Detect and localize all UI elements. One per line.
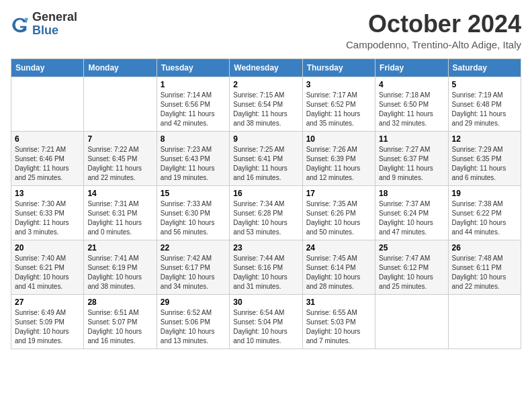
logo: General Blue: [11, 11, 77, 38]
day-info: Sunrise: 7:34 AMSunset: 6:28 PMDaylight:…: [233, 199, 298, 237]
calendar-cell: 13Sunrise: 7:30 AMSunset: 6:33 PMDayligh…: [11, 185, 84, 240]
calendar-cell: [448, 294, 521, 349]
day-info: Sunrise: 7:21 AMSunset: 6:46 PMDaylight:…: [15, 145, 80, 183]
weekday-header-row: SundayMondayTuesdayWednesdayThursdayFrid…: [11, 58, 521, 77]
day-number: 14: [87, 189, 152, 198]
day-number: 28: [87, 298, 152, 307]
day-info: Sunrise: 7:40 AMSunset: 6:21 PMDaylight:…: [15, 254, 80, 291]
day-number: 6: [15, 134, 80, 144]
calendar-cell: 9Sunrise: 7:25 AMSunset: 6:41 PMDaylight…: [230, 131, 302, 185]
day-info: Sunrise: 7:14 AMSunset: 6:56 PMDaylight:…: [161, 91, 226, 128]
calendar-week-row: 27Sunrise: 6:49 AMSunset: 5:09 PMDayligh…: [11, 294, 521, 349]
weekday-header: Friday: [375, 58, 448, 77]
calendar-week-row: 13Sunrise: 7:30 AMSunset: 6:33 PMDayligh…: [11, 185, 521, 240]
day-number: 17: [306, 189, 371, 198]
calendar-cell: 4Sunrise: 7:18 AMSunset: 6:50 PMDaylight…: [375, 77, 448, 131]
calendar-week-row: 20Sunrise: 7:40 AMSunset: 6:21 PMDayligh…: [11, 240, 521, 294]
calendar-cell: [11, 77, 84, 131]
day-number: 21: [87, 243, 152, 253]
day-info: Sunrise: 7:19 AMSunset: 6:48 PMDaylight:…: [452, 91, 517, 128]
day-info: Sunrise: 7:48 AMSunset: 6:11 PMDaylight:…: [452, 254, 517, 291]
day-number: 9: [233, 134, 298, 144]
day-info: Sunrise: 7:33 AMSunset: 6:30 PMDaylight:…: [161, 199, 226, 237]
calendar-cell: 23Sunrise: 7:44 AMSunset: 6:16 PMDayligh…: [230, 240, 302, 294]
day-number: 20: [15, 243, 80, 253]
day-number: 4: [379, 80, 444, 89]
day-number: 29: [161, 298, 226, 307]
day-info: Sunrise: 7:30 AMSunset: 6:33 PMDaylight:…: [15, 199, 80, 237]
calendar-cell: 11Sunrise: 7:27 AMSunset: 6:37 PMDayligh…: [375, 131, 448, 185]
calendar-cell: 2Sunrise: 7:15 AMSunset: 6:54 PMDaylight…: [230, 77, 302, 131]
day-number: 24: [306, 243, 371, 253]
weekday-header: Thursday: [302, 58, 375, 77]
page-header: General Blue October 2024 Campodenno, Tr…: [11, 11, 521, 50]
calendar-week-row: 6Sunrise: 7:21 AMSunset: 6:46 PMDaylight…: [11, 131, 521, 185]
day-number: 10: [306, 134, 371, 144]
day-info: Sunrise: 7:41 AMSunset: 6:19 PMDaylight:…: [87, 254, 152, 291]
day-info: Sunrise: 7:45 AMSunset: 6:14 PMDaylight:…: [306, 254, 371, 291]
calendar-cell: 24Sunrise: 7:45 AMSunset: 6:14 PMDayligh…: [302, 240, 375, 294]
day-number: 2: [233, 80, 298, 89]
day-number: 22: [161, 243, 226, 253]
weekday-header: Tuesday: [157, 58, 229, 77]
calendar-cell: [84, 77, 157, 131]
weekday-header: Monday: [84, 58, 157, 77]
calendar-cell: 10Sunrise: 7:26 AMSunset: 6:39 PMDayligh…: [302, 131, 375, 185]
calendar-cell: 18Sunrise: 7:37 AMSunset: 6:24 PMDayligh…: [375, 185, 448, 240]
logo-text: General Blue: [32, 11, 77, 38]
day-info: Sunrise: 7:29 AMSunset: 6:35 PMDaylight:…: [452, 145, 517, 183]
location: Campodenno, Trentino-Alto Adige, Italy: [346, 39, 521, 50]
day-info: Sunrise: 7:26 AMSunset: 6:39 PMDaylight:…: [306, 145, 371, 183]
day-info: Sunrise: 6:51 AMSunset: 5:07 PMDaylight:…: [87, 308, 152, 346]
day-number: 31: [306, 298, 371, 307]
day-number: 15: [161, 189, 226, 198]
day-info: Sunrise: 7:35 AMSunset: 6:26 PMDaylight:…: [306, 199, 371, 237]
calendar-cell: 19Sunrise: 7:38 AMSunset: 6:22 PMDayligh…: [448, 185, 521, 240]
weekday-header: Sunday: [11, 58, 84, 77]
weekday-header: Wednesday: [230, 58, 302, 77]
day-info: Sunrise: 7:42 AMSunset: 6:17 PMDaylight:…: [161, 254, 226, 291]
calendar-cell: 3Sunrise: 7:17 AMSunset: 6:52 PMDaylight…: [302, 77, 375, 131]
day-number: 8: [161, 134, 226, 144]
calendar-cell: [375, 294, 448, 349]
day-number: 5: [452, 80, 517, 89]
day-info: Sunrise: 7:38 AMSunset: 6:22 PMDaylight:…: [452, 199, 517, 237]
day-number: 19: [452, 189, 517, 198]
day-number: 30: [233, 298, 298, 307]
day-info: Sunrise: 7:22 AMSunset: 6:45 PMDaylight:…: [87, 145, 152, 183]
calendar-week-row: 1Sunrise: 7:14 AMSunset: 6:56 PMDaylight…: [11, 77, 521, 131]
day-info: Sunrise: 6:54 AMSunset: 5:04 PMDaylight:…: [233, 308, 298, 346]
day-number: 7: [87, 134, 152, 144]
calendar-cell: 15Sunrise: 7:33 AMSunset: 6:30 PMDayligh…: [157, 185, 229, 240]
calendar-table: SundayMondayTuesdayWednesdayThursdayFrid…: [11, 58, 521, 349]
calendar-cell: 5Sunrise: 7:19 AMSunset: 6:48 PMDaylight…: [448, 77, 521, 131]
day-info: Sunrise: 7:31 AMSunset: 6:31 PMDaylight:…: [87, 199, 152, 237]
logo-icon: [11, 15, 30, 34]
day-info: Sunrise: 7:25 AMSunset: 6:41 PMDaylight:…: [233, 145, 298, 183]
day-info: Sunrise: 7:47 AMSunset: 6:12 PMDaylight:…: [379, 254, 444, 291]
day-info: Sunrise: 6:52 AMSunset: 5:06 PMDaylight:…: [161, 308, 226, 346]
calendar-cell: 31Sunrise: 6:55 AMSunset: 5:03 PMDayligh…: [302, 294, 375, 349]
calendar-cell: 12Sunrise: 7:29 AMSunset: 6:35 PMDayligh…: [448, 131, 521, 185]
day-number: 16: [233, 189, 298, 198]
day-number: 12: [452, 134, 517, 144]
calendar-cell: 29Sunrise: 6:52 AMSunset: 5:06 PMDayligh…: [157, 294, 229, 349]
day-info: Sunrise: 6:55 AMSunset: 5:03 PMDaylight:…: [306, 308, 371, 346]
day-info: Sunrise: 7:17 AMSunset: 6:52 PMDaylight:…: [306, 91, 371, 128]
calendar-cell: 26Sunrise: 7:48 AMSunset: 6:11 PMDayligh…: [448, 240, 521, 294]
calendar-cell: 25Sunrise: 7:47 AMSunset: 6:12 PMDayligh…: [375, 240, 448, 294]
day-number: 3: [306, 80, 371, 89]
day-info: Sunrise: 6:49 AMSunset: 5:09 PMDaylight:…: [15, 308, 80, 346]
day-info: Sunrise: 7:27 AMSunset: 6:37 PMDaylight:…: [379, 145, 444, 183]
day-number: 11: [379, 134, 444, 144]
day-number: 26: [452, 243, 517, 253]
day-info: Sunrise: 7:18 AMSunset: 6:50 PMDaylight:…: [379, 91, 444, 128]
calendar-cell: 1Sunrise: 7:14 AMSunset: 6:56 PMDaylight…: [157, 77, 229, 131]
day-number: 18: [379, 189, 444, 198]
day-number: 23: [233, 243, 298, 253]
calendar-cell: 7Sunrise: 7:22 AMSunset: 6:45 PMDaylight…: [84, 131, 157, 185]
day-info: Sunrise: 7:44 AMSunset: 6:16 PMDaylight:…: [233, 254, 298, 291]
calendar-cell: 20Sunrise: 7:40 AMSunset: 6:21 PMDayligh…: [11, 240, 84, 294]
calendar-cell: 14Sunrise: 7:31 AMSunset: 6:31 PMDayligh…: [84, 185, 157, 240]
day-info: Sunrise: 7:23 AMSunset: 6:43 PMDaylight:…: [161, 145, 226, 183]
